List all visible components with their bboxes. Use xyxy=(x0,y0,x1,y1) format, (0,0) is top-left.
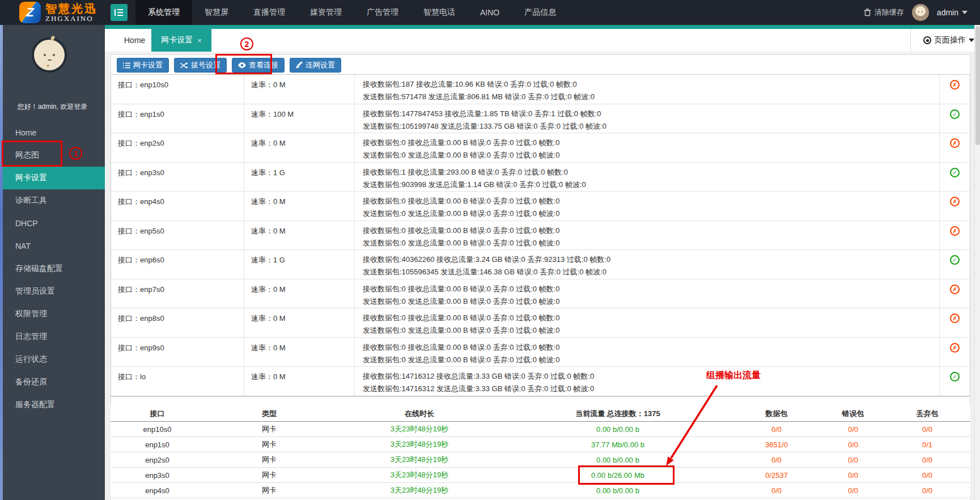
sidebar-item[interactable]: 网态图 xyxy=(0,144,105,167)
status-icon[interactable] xyxy=(950,138,960,148)
top-nav-item[interactable]: 系统管理 xyxy=(135,0,192,25)
top-nav-item-label: 智慧电话 xyxy=(423,7,455,18)
username: admin xyxy=(937,8,958,17)
top-nav-item-label: 系统管理 xyxy=(148,7,180,18)
top-nav-item[interactable]: 产品信息 xyxy=(512,0,569,25)
page-operations-dropdown[interactable]: 页面操作 xyxy=(910,29,974,52)
status-icon[interactable] xyxy=(950,197,960,206)
sidebar-item-label: Home xyxy=(15,128,36,137)
nic-settings-button[interactable]: 网卡设置 xyxy=(117,58,169,73)
status-icon[interactable] xyxy=(950,168,960,177)
summary-cell-packets: 0/0 xyxy=(731,422,822,437)
sidebar-item[interactable]: 管理员设置 xyxy=(0,280,105,303)
interface-speed: 速率：100 M xyxy=(244,104,355,133)
interface-name: 接口：enp4s0 xyxy=(111,192,244,221)
user-menu[interactable]: admin xyxy=(937,8,968,17)
menu-toggle-icon xyxy=(114,9,124,16)
sidebar-menu: Home 网态图 网卡设置 诊断工具 DHCP NAT 存储磁盘配置 管理员设置… xyxy=(0,121,105,416)
summary-cell-error-packets: 0/0 xyxy=(822,437,884,452)
status-icon[interactable] xyxy=(950,285,960,294)
network-settings-button[interactable]: 连网设置 xyxy=(290,58,341,73)
sidebar-toggle-button[interactable] xyxy=(111,4,128,21)
top-nav-item[interactable]: 智慧屏 xyxy=(192,0,241,25)
interface-send-stats: 发送数据包:14716312 发送总流量:3.33 GB 错误:0 丢弃:0 过… xyxy=(363,383,939,395)
status-icon[interactable] xyxy=(950,372,960,382)
summary-row: enp10s0 网卡 3天23时48分19秒 0.00 b/0.00 b 0/0… xyxy=(111,422,970,437)
dial-settings-button[interactable]: 拔号设置 xyxy=(174,58,227,73)
vertical-scrollbar[interactable] xyxy=(974,25,980,500)
sidebar-item-label: 备份还原 xyxy=(15,377,47,387)
top-nav-item[interactable]: 智慧电话 xyxy=(411,0,468,25)
top-nav-item-label: AINO xyxy=(480,8,499,17)
summary-row: enp2s0 网卡 3天23时48分19秒 0.00 b/0.00 b 0/0 … xyxy=(111,452,970,468)
sidebar-item[interactable]: 权限管理 xyxy=(0,303,105,325)
top-nav-item[interactable]: 广告管理 xyxy=(354,0,411,25)
interface-row: 接口：enp4s0 速率：0 M 接收数据包:0 接收总流量:0.00 B 错误… xyxy=(111,192,970,221)
sidebar-item[interactable]: 诊断工具 xyxy=(0,189,105,212)
interface-stats: 接收数据包:40362260 接收总流量:3.24 GB 错误:0 丢弃:923… xyxy=(355,250,940,279)
sidebar-item[interactable]: 存储磁盘配置 xyxy=(0,257,105,280)
user-avatar[interactable] xyxy=(912,4,929,21)
summary-cell-dropped-packets: 0/0 xyxy=(884,422,970,437)
sidebar-item-label: 诊断工具 xyxy=(15,196,47,206)
top-nav-item[interactable]: AINO xyxy=(468,0,512,25)
scrollbar-thumb[interactable] xyxy=(975,26,980,145)
top-nav-item-label: 广告管理 xyxy=(367,7,398,18)
top-nav-item[interactable]: 媒资管理 xyxy=(298,0,354,25)
sidebar-item[interactable]: 运行状态 xyxy=(0,348,105,371)
top-nav-item-label: 产品信息 xyxy=(524,7,556,18)
summary-cell-interface: enp2s0 xyxy=(111,452,204,467)
tab-network-card-settings[interactable]: 网卡设置 × xyxy=(151,29,211,52)
left-edge-strip xyxy=(0,25,3,500)
status-icon[interactable] xyxy=(950,255,960,265)
interface-row: 接口：enp6s0 速率：1 G 接收数据包:40362260 接收总流量:3.… xyxy=(111,250,970,279)
interface-recv-stats: 接收数据包:14716312 接收总流量:3.33 GB 错误:0 丢弃:0 过… xyxy=(363,370,939,383)
summary-cell-interface: enp4s0 xyxy=(111,483,204,498)
radio-icon xyxy=(923,36,931,44)
status-icon[interactable] xyxy=(950,109,960,119)
summary-cell-current-flow: 37.77 Mb/0.00 b xyxy=(504,437,731,452)
summary-cell-type: 网卡 xyxy=(204,422,334,437)
interface-stats: 接收数据包:0 接收总流量:0.00 B 错误:0 丢弃:0 过载:0 帧数:0… xyxy=(355,338,940,367)
summary-cell-packets: 3651/0 xyxy=(731,437,822,452)
interface-speed: 速率：1 G xyxy=(244,250,355,279)
interface-status-cell xyxy=(940,75,970,104)
interface-status-cell xyxy=(940,133,970,162)
sidebar-item[interactable]: 日志管理 xyxy=(0,325,105,348)
view-connections-button[interactable]: 查看连接 xyxy=(232,58,285,73)
sidebar-item[interactable]: 服务器配置 xyxy=(0,393,105,416)
sidebar-item[interactable]: Home xyxy=(0,121,105,144)
top-nav-item[interactable]: 直播管理 xyxy=(241,0,298,25)
interface-recv-stats: 接收数据包:187 接收总流量:10.96 KB 错误:0 丢弃:0 过载:0 … xyxy=(363,78,939,91)
sidebar-item[interactable]: DHCP xyxy=(0,212,105,235)
sidebar-avatar: ♥ xyxy=(32,37,67,73)
sidebar-item[interactable]: 备份还原 xyxy=(0,371,105,393)
interface-send-stats: 发送数据包:0 发送总流量:0.00 B 错误:0 丢弃:0 过载:0 帧波:0 xyxy=(363,207,939,220)
summary-header: 数据包 xyxy=(731,406,822,421)
tab-close-icon[interactable]: × xyxy=(197,36,202,45)
tab-home[interactable]: Home xyxy=(118,29,151,52)
sidebar-item-label: 日志管理 xyxy=(15,332,47,342)
interface-send-stats: 发送数据包:0 发送总流量:0.00 B 错误:0 丢弃:0 过载:0 帧波:0 xyxy=(363,354,939,366)
status-icon[interactable] xyxy=(950,80,960,90)
sidebar-item-label: 运行状态 xyxy=(15,354,47,365)
clear-cache-button[interactable]: 清除缓存 xyxy=(864,7,904,18)
summary-row: enp1s0 网卡 3天23时48分19秒 37.77 Mb/0.00 b 36… xyxy=(111,437,970,452)
wrench-icon xyxy=(296,62,303,69)
top-nav-item-label: 媒资管理 xyxy=(310,7,342,18)
sidebar-item[interactable]: NAT xyxy=(0,235,105,257)
interface-send-stats: 发送数据包:903998 发送总流量:1.14 GB 错误:0 丢弃:0 过载:… xyxy=(363,179,939,191)
status-icon[interactable] xyxy=(950,343,960,353)
status-icon[interactable] xyxy=(950,313,960,323)
summary-header: 丢弃包 xyxy=(884,406,970,421)
interface-row: 接口：enp5s0 速率：0 M 接收数据包:0 接收总流量:0.00 B 错误… xyxy=(111,221,970,251)
interface-stats: 接收数据包:0 接收总流量:0.00 B 错误:0 丢弃:0 过载:0 帧数:0… xyxy=(355,279,940,308)
sidebar-item[interactable]: 网卡设置 xyxy=(0,167,105,189)
status-icon[interactable] xyxy=(950,226,960,236)
tab-label: 网卡设置 xyxy=(161,35,193,45)
interface-recv-stats: 接收数据包:40362260 接收总流量:3.24 GB 错误:0 丢弃:923… xyxy=(363,253,939,266)
interface-speed: 速率：0 M xyxy=(244,75,355,104)
interface-name: 接口：enp1s0 xyxy=(111,104,244,133)
interface-send-stats: 发送数据包:0 发送总流量:0.00 B 错误:0 丢弃:0 过载:0 帧波:0 xyxy=(363,149,939,162)
interface-status-cell xyxy=(940,104,970,133)
